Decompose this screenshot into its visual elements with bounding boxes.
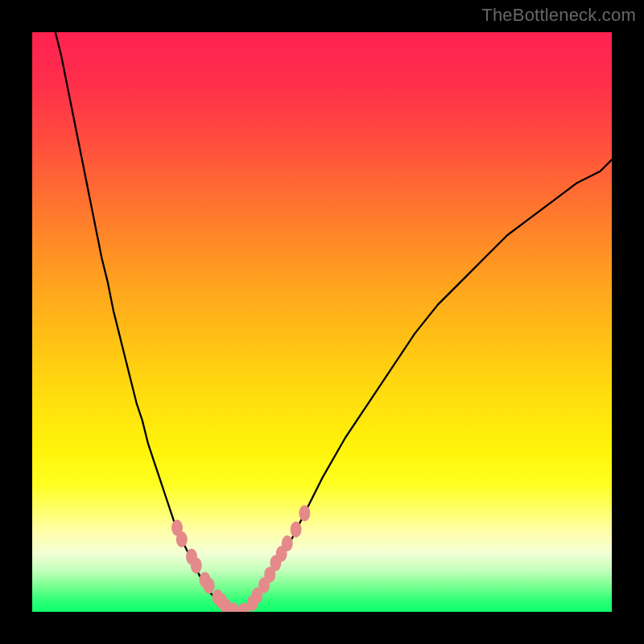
highlight-marker (176, 531, 188, 547)
highlight-marker (299, 506, 310, 522)
watermark-text: TheBottleneck.com (481, 5, 636, 26)
gradient-background (32, 32, 612, 612)
highlight-marker (291, 522, 302, 538)
plot-area (32, 32, 612, 612)
chart-root: TheBottleneck.com (0, 0, 644, 644)
highlight-marker (282, 535, 293, 551)
highlight-marker (204, 578, 215, 594)
plot-svg (32, 32, 612, 612)
highlight-marker (191, 557, 202, 573)
